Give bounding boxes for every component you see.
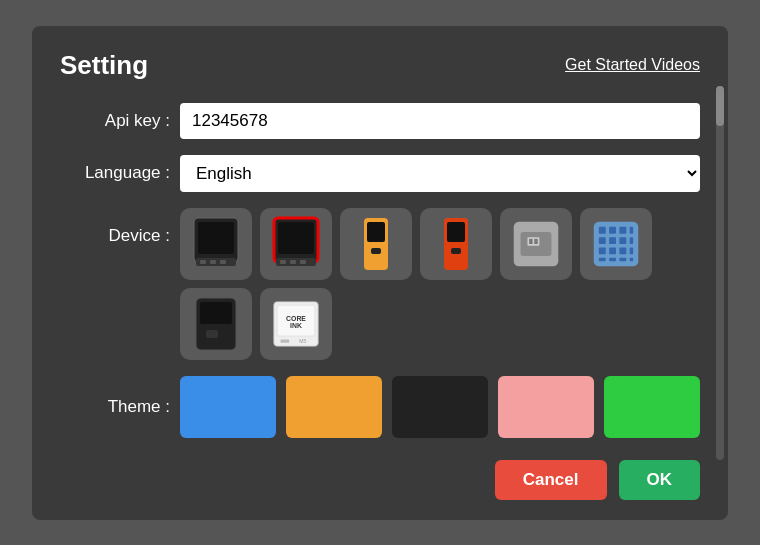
svg-rect-31 bbox=[630, 237, 633, 244]
svg-rect-29 bbox=[609, 237, 616, 244]
theme-green[interactable] bbox=[604, 376, 700, 438]
svg-rect-38 bbox=[619, 257, 626, 260]
dialog-header: Setting Get Started Videos bbox=[60, 50, 700, 81]
svg-rect-33 bbox=[609, 247, 616, 254]
theme-pink[interactable] bbox=[498, 376, 594, 438]
svg-text:INK: INK bbox=[290, 322, 302, 329]
device-m5atom-matrix[interactable] bbox=[580, 208, 652, 280]
scrollbar-thumb[interactable] bbox=[716, 86, 724, 126]
svg-rect-24 bbox=[599, 226, 606, 233]
svg-rect-35 bbox=[630, 247, 633, 254]
device-grid: CORE INK M5 bbox=[180, 208, 700, 360]
scrollbar[interactable] bbox=[716, 86, 724, 460]
language-label: Language : bbox=[60, 163, 170, 183]
device-m5stickc-black[interactable] bbox=[180, 288, 252, 360]
svg-rect-28 bbox=[599, 237, 606, 244]
svg-text:CORE: CORE bbox=[286, 314, 306, 321]
svg-rect-27 bbox=[630, 226, 633, 233]
svg-rect-1 bbox=[198, 222, 234, 254]
svg-rect-37 bbox=[609, 257, 616, 260]
svg-rect-16 bbox=[447, 222, 465, 242]
dialog-footer: Cancel OK bbox=[60, 460, 700, 500]
get-started-link[interactable]: Get Started Videos bbox=[565, 56, 700, 74]
device-m5stack-red[interactable] bbox=[260, 208, 332, 280]
language-select[interactable]: English Japanese Chinese French German bbox=[180, 155, 700, 192]
svg-rect-17 bbox=[451, 248, 461, 254]
svg-rect-21 bbox=[529, 238, 532, 243]
svg-text:M5: M5 bbox=[299, 337, 306, 343]
theme-swatches bbox=[180, 376, 700, 438]
device-m5stack-gray[interactable] bbox=[500, 208, 572, 280]
svg-rect-41 bbox=[200, 302, 232, 324]
settings-dialog: Setting Get Started Videos Api key : Lan… bbox=[30, 24, 730, 522]
device-m5stickc-orange[interactable] bbox=[340, 208, 412, 280]
theme-blue[interactable] bbox=[180, 376, 276, 438]
svg-rect-39 bbox=[630, 257, 633, 260]
theme-row: Theme : bbox=[60, 376, 700, 438]
theme-label: Theme : bbox=[60, 397, 170, 417]
theme-orange[interactable] bbox=[286, 376, 382, 438]
device-core-ink[interactable]: CORE INK M5 bbox=[260, 288, 332, 360]
theme-black[interactable] bbox=[392, 376, 488, 438]
api-key-label: Api key : bbox=[60, 111, 170, 131]
svg-rect-10 bbox=[290, 260, 296, 264]
svg-rect-22 bbox=[534, 238, 537, 243]
svg-rect-25 bbox=[609, 226, 616, 233]
svg-rect-34 bbox=[619, 247, 626, 254]
ok-button[interactable]: OK bbox=[619, 460, 701, 500]
svg-rect-47 bbox=[281, 339, 290, 342]
svg-rect-26 bbox=[619, 226, 626, 233]
cancel-button[interactable]: Cancel bbox=[495, 460, 607, 500]
language-row: Language : English Japanese Chinese Fren… bbox=[60, 155, 700, 192]
device-m5stickc-red[interactable] bbox=[420, 208, 492, 280]
svg-rect-13 bbox=[367, 222, 385, 242]
svg-rect-5 bbox=[220, 260, 226, 264]
svg-rect-7 bbox=[278, 222, 314, 254]
device-m5stack-basic[interactable] bbox=[180, 208, 252, 280]
svg-rect-11 bbox=[300, 260, 306, 264]
svg-rect-9 bbox=[280, 260, 286, 264]
svg-rect-36 bbox=[599, 257, 606, 260]
device-row: Device : bbox=[60, 208, 700, 360]
svg-rect-30 bbox=[619, 237, 626, 244]
api-key-input[interactable] bbox=[180, 103, 700, 139]
svg-rect-32 bbox=[599, 247, 606, 254]
dialog-title: Setting bbox=[60, 50, 148, 81]
svg-rect-4 bbox=[210, 260, 216, 264]
svg-rect-14 bbox=[371, 248, 381, 254]
svg-rect-42 bbox=[206, 330, 218, 338]
api-key-row: Api key : bbox=[60, 103, 700, 139]
device-label: Device : bbox=[60, 226, 170, 246]
svg-rect-3 bbox=[200, 260, 206, 264]
